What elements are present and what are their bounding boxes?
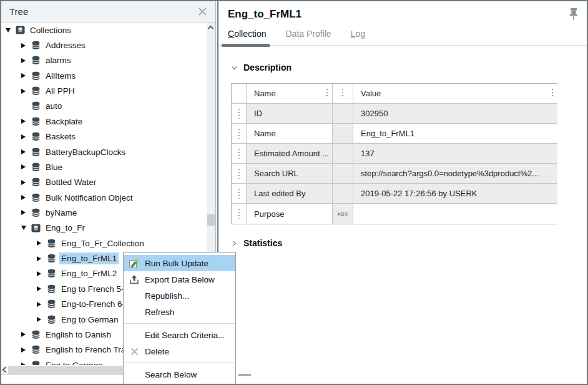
tab-collection[interactable]: Collection xyxy=(227,29,268,45)
tree-item[interactable]: Addresses xyxy=(1,38,207,52)
row-handle[interactable] xyxy=(232,144,247,164)
context-menu-item[interactable]: Search Below xyxy=(124,366,235,382)
expand-arrow-icon[interactable] xyxy=(21,87,28,96)
context-menu-item[interactable]: Refresh xyxy=(124,304,235,320)
property-value-cell[interactable]: step://search?args0.0=nodetype%3dproduct… xyxy=(353,164,557,184)
tree-item[interactable]: Bottled Water xyxy=(1,175,207,190)
expand-arrow-icon[interactable] xyxy=(21,132,28,141)
tree-item[interactable]: Collections xyxy=(1,22,207,38)
tree-item[interactable]: Backplate xyxy=(1,114,207,129)
expand-arrow-icon[interactable] xyxy=(37,239,44,248)
tree-item-label[interactable]: alarms xyxy=(44,54,73,66)
row-handle[interactable] xyxy=(232,164,247,184)
tab-log[interactable]: Log xyxy=(350,29,366,45)
row-handle[interactable] xyxy=(232,124,247,144)
scroll-left-icon[interactable] xyxy=(2,367,9,373)
property-value-cell[interactable]: 2019-05-22 17:26:56 by USERK xyxy=(353,184,557,204)
tree-item[interactable]: Bulk Notification Object xyxy=(1,190,207,205)
tree-item-label[interactable]: All PPH xyxy=(44,85,77,97)
property-value-cell[interactable]: Eng_to_FrML1 xyxy=(353,124,557,144)
expand-arrow-icon[interactable] xyxy=(21,41,28,50)
context-menu-item[interactable]: Edit Search Criteria... xyxy=(124,327,235,343)
tree-item-label[interactable]: Eng_to_FrML1 xyxy=(59,252,119,264)
tree-item-label[interactable]: Bottled Water xyxy=(44,176,98,188)
tree-item-label[interactable]: Addresses xyxy=(44,39,87,51)
tree-item[interactable]: alarms xyxy=(1,53,207,68)
table-header-value[interactable]: Value xyxy=(353,84,557,104)
tree-item-label[interactable]: Eng to German xyxy=(44,359,105,365)
expand-arrow-icon[interactable] xyxy=(21,162,28,171)
column-menu-icon[interactable] xyxy=(342,89,343,98)
statistics-section-header[interactable]: Statistics xyxy=(231,236,574,250)
tree-item-label[interactable]: Eng to German xyxy=(59,314,120,326)
context-menu-item-label[interactable]: Search Below xyxy=(145,370,197,379)
tree-item-label[interactable]: BatteryBackupClocks xyxy=(44,146,127,158)
expand-arrow-icon[interactable] xyxy=(21,178,28,187)
tree-item-label[interactable]: byName xyxy=(44,207,79,219)
tree-item-label[interactable]: Blue xyxy=(44,161,64,173)
expand-arrow-icon[interactable] xyxy=(21,361,28,365)
context-menu-item-label[interactable]: Delete xyxy=(145,347,169,356)
row-handle[interactable] xyxy=(232,184,247,204)
tree-item-label[interactable]: auto xyxy=(44,100,64,112)
tab-data-profile[interactable]: Data Profile xyxy=(285,29,333,45)
table-header-type[interactable] xyxy=(333,84,353,104)
context-menu-item-label[interactable]: Republish... xyxy=(145,291,189,301)
expand-arrow-icon[interactable] xyxy=(21,346,28,354)
context-menu-item-label[interactable]: Export Data Below xyxy=(145,275,215,284)
expand-arrow-icon[interactable] xyxy=(37,300,44,309)
tree-item-label[interactable]: English to Danish xyxy=(44,329,113,341)
tree-item-label[interactable]: Bulk Notification Object xyxy=(44,192,135,204)
property-value-cell[interactable] xyxy=(353,204,557,224)
expand-arrow-icon[interactable] xyxy=(6,26,12,34)
tree-item-label[interactable]: Eng_to_FrML2 xyxy=(59,268,119,279)
expand-arrow-icon[interactable] xyxy=(21,148,28,156)
expand-arrow-icon[interactable] xyxy=(37,269,44,278)
expand-arrow-icon[interactable] xyxy=(21,193,28,202)
tree-item-label[interactable]: AllItems xyxy=(44,70,77,82)
tree-item[interactable]: All PPH xyxy=(1,83,207,98)
property-value-cell[interactable]: 302950 xyxy=(353,104,557,124)
tree-item-label[interactable]: Baskets xyxy=(44,131,77,142)
row-handle[interactable] xyxy=(232,204,247,224)
column-menu-icon[interactable] xyxy=(326,89,328,98)
context-menu-item[interactable]: Delete xyxy=(124,343,235,359)
expand-arrow-icon[interactable] xyxy=(21,208,28,217)
vertical-scroll-thumb[interactable] xyxy=(207,214,215,226)
expand-arrow-icon[interactable] xyxy=(37,254,44,263)
row-handle[interactable] xyxy=(232,104,247,124)
tree-item[interactable]: byName xyxy=(1,205,207,220)
tree-item[interactable]: Eng_To_Fr_Collection xyxy=(1,236,207,251)
close-tree-panel-button[interactable] xyxy=(195,5,209,19)
context-menu-item-label[interactable]: Refresh xyxy=(145,308,174,317)
context-menu-item[interactable]: Republish... xyxy=(124,288,235,304)
tree-item[interactable]: BatteryBackupClocks xyxy=(1,144,207,159)
scroll-up-icon[interactable] xyxy=(208,26,214,32)
tree-item[interactable]: Blue xyxy=(1,159,207,174)
expand-arrow-icon[interactable] xyxy=(21,71,28,80)
tree-item-label[interactable]: Eng to French 5-1 xyxy=(59,283,130,295)
expand-arrow-icon[interactable] xyxy=(37,315,44,324)
tree-item-label[interactable]: Backplate xyxy=(44,116,84,128)
context-menu-item[interactable]: Export Data Below xyxy=(124,271,235,288)
tree-item-label[interactable]: Eng_to_Fr xyxy=(44,222,87,234)
tree-item[interactable]: AllItems xyxy=(1,68,207,83)
tree-item-label[interactable]: Eng-to-French 6-2 xyxy=(59,298,132,310)
expand-arrow-icon[interactable] xyxy=(21,102,28,111)
context-menu-item-label[interactable]: Run Bulk Update xyxy=(145,259,208,268)
tree-item-label[interactable]: Eng_To_Fr_Collection xyxy=(59,238,146,249)
tree-item[interactable]: auto xyxy=(1,99,207,114)
pin-icon[interactable] xyxy=(569,8,578,24)
tree-item[interactable]: Eng_to_Fr xyxy=(1,221,207,236)
tree-item[interactable]: Baskets xyxy=(1,129,207,144)
tree-item-label[interactable]: Collections xyxy=(28,24,73,36)
expand-arrow-icon[interactable] xyxy=(21,330,28,339)
expand-arrow-icon[interactable] xyxy=(21,117,28,126)
tree-item-label[interactable]: English to French Tra xyxy=(44,344,127,356)
expand-arrow-icon[interactable] xyxy=(21,56,28,65)
expand-arrow-icon[interactable] xyxy=(21,224,28,232)
description-section-header[interactable]: Description xyxy=(231,61,574,74)
property-value-cell[interactable]: 137 xyxy=(353,144,557,164)
expand-arrow-icon[interactable] xyxy=(37,284,44,293)
table-header-name[interactable]: Name xyxy=(247,84,333,104)
